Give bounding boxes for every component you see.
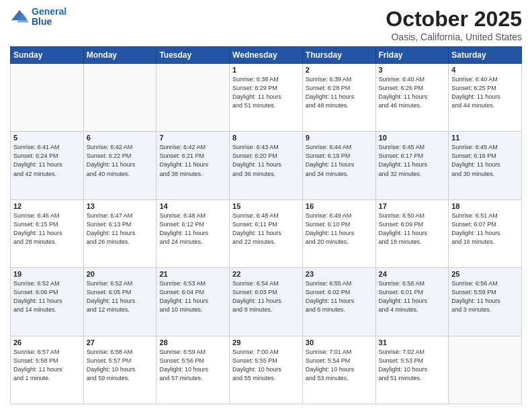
- day-number: 27: [87, 338, 154, 347]
- day-info: Sunrise: 6:46 AM Sunset: 6:15 PM Dayligh…: [13, 212, 81, 246]
- day-info: Sunrise: 6:51 AM Sunset: 6:07 PM Dayligh…: [451, 212, 519, 246]
- day-info: Sunrise: 6:40 AM Sunset: 6:26 PM Dayligh…: [379, 75, 446, 110]
- day-number: 4: [451, 66, 519, 74]
- calendar-cell: 15Sunrise: 6:48 AM Sunset: 6:11 PM Dayli…: [230, 199, 303, 267]
- day-number: 26: [13, 338, 81, 347]
- title-area: October 2025 Oasis, California, United S…: [386, 7, 522, 42]
- day-number: 17: [379, 202, 446, 210]
- day-info: Sunrise: 6:41 AM Sunset: 6:24 PM Dayligh…: [13, 143, 81, 178]
- day-info: Sunrise: 6:54 AM Sunset: 6:03 PM Dayligh…: [232, 279, 300, 314]
- day-number: 2: [306, 66, 373, 74]
- calendar-cell: 13Sunrise: 6:47 AM Sunset: 6:13 PM Dayli…: [83, 199, 157, 267]
- header: General Blue October 2025 Oasis, Califor…: [10, 7, 522, 42]
- logo-line1: General: [32, 6, 66, 17]
- day-info: Sunrise: 6:53 AM Sunset: 6:04 PM Dayligh…: [159, 279, 226, 314]
- day-info: Sunrise: 6:52 AM Sunset: 6:06 PM Dayligh…: [13, 279, 81, 314]
- weekday-header-thursday: Thursday: [302, 47, 375, 64]
- calendar-cell: 5Sunrise: 6:41 AM Sunset: 6:24 PM Daylig…: [11, 132, 84, 199]
- day-number: 7: [159, 134, 226, 142]
- day-number: 22: [232, 270, 300, 278]
- calendar-cell: 6Sunrise: 6:42 AM Sunset: 6:22 PM Daylig…: [83, 132, 157, 199]
- day-info: Sunrise: 6:44 AM Sunset: 6:19 PM Dayligh…: [306, 143, 373, 178]
- day-info: Sunrise: 6:56 AM Sunset: 5:59 PM Dayligh…: [451, 279, 519, 314]
- logo: General Blue: [10, 7, 66, 28]
- day-number: 13: [87, 202, 154, 210]
- page: General Blue October 2025 Oasis, Califor…: [0, 0, 532, 411]
- calendar-cell: 25Sunrise: 6:56 AM Sunset: 5:59 PM Dayli…: [449, 268, 522, 336]
- calendar-cell: 1Sunrise: 6:38 AM Sunset: 6:29 PM Daylig…: [230, 64, 303, 132]
- day-info: Sunrise: 6:40 AM Sunset: 6:25 PM Dayligh…: [451, 75, 519, 110]
- day-number: 29: [232, 338, 300, 347]
- day-info: Sunrise: 6:58 AM Sunset: 5:57 PM Dayligh…: [87, 348, 154, 383]
- day-number: 6: [87, 134, 154, 142]
- calendar-cell: 31Sunrise: 7:02 AM Sunset: 5:53 PM Dayli…: [375, 336, 449, 404]
- calendar-cell: 20Sunrise: 6:52 AM Sunset: 6:05 PM Dayli…: [83, 268, 157, 336]
- calendar-week-row: 12Sunrise: 6:46 AM Sunset: 6:15 PM Dayli…: [11, 199, 522, 267]
- day-number: 9: [306, 134, 373, 142]
- calendar-week-row: 26Sunrise: 6:57 AM Sunset: 5:58 PM Dayli…: [11, 336, 522, 404]
- day-info: Sunrise: 6:43 AM Sunset: 6:20 PM Dayligh…: [232, 143, 300, 178]
- day-number: 25: [451, 270, 519, 278]
- day-number: 10: [379, 134, 446, 142]
- day-number: 30: [306, 338, 373, 347]
- day-number: 11: [451, 134, 519, 142]
- month-title: October 2025: [386, 7, 522, 32]
- calendar-cell: 2Sunrise: 6:39 AM Sunset: 6:28 PM Daylig…: [302, 64, 375, 132]
- day-info: Sunrise: 7:02 AM Sunset: 5:53 PM Dayligh…: [379, 348, 446, 383]
- day-number: 21: [159, 270, 226, 278]
- day-number: 3: [379, 66, 446, 74]
- calendar-cell: 29Sunrise: 7:00 AM Sunset: 5:55 PM Dayli…: [230, 336, 303, 404]
- day-info: Sunrise: 6:42 AM Sunset: 6:21 PM Dayligh…: [159, 143, 226, 178]
- calendar-cell: 17Sunrise: 6:50 AM Sunset: 6:09 PM Dayli…: [375, 199, 449, 267]
- calendar-cell: 26Sunrise: 6:57 AM Sunset: 5:58 PM Dayli…: [11, 336, 84, 404]
- calendar-cell: 16Sunrise: 6:49 AM Sunset: 6:10 PM Dayli…: [302, 199, 375, 267]
- day-info: Sunrise: 6:38 AM Sunset: 6:29 PM Dayligh…: [232, 75, 300, 110]
- calendar-cell: [157, 64, 230, 132]
- logo-line2: Blue: [32, 16, 52, 27]
- day-info: Sunrise: 7:01 AM Sunset: 5:54 PM Dayligh…: [306, 348, 373, 383]
- calendar-cell: 12Sunrise: 6:46 AM Sunset: 6:15 PM Dayli…: [11, 199, 84, 267]
- day-info: Sunrise: 6:52 AM Sunset: 6:05 PM Dayligh…: [87, 279, 154, 314]
- calendar-cell: 19Sunrise: 6:52 AM Sunset: 6:06 PM Dayli…: [11, 268, 84, 336]
- calendar-cell: 22Sunrise: 6:54 AM Sunset: 6:03 PM Dayli…: [230, 268, 303, 336]
- calendar-cell: 11Sunrise: 6:45 AM Sunset: 6:16 PM Dayli…: [449, 132, 522, 199]
- calendar-cell: 8Sunrise: 6:43 AM Sunset: 6:20 PM Daylig…: [230, 132, 303, 199]
- calendar-cell: 3Sunrise: 6:40 AM Sunset: 6:26 PM Daylig…: [375, 64, 449, 132]
- weekday-header-friday: Friday: [375, 47, 449, 64]
- calendar-cell: 28Sunrise: 6:59 AM Sunset: 5:56 PM Dayli…: [157, 336, 230, 404]
- day-info: Sunrise: 6:45 AM Sunset: 6:17 PM Dayligh…: [379, 143, 446, 178]
- calendar-cell: 14Sunrise: 6:48 AM Sunset: 6:12 PM Dayli…: [157, 199, 230, 267]
- day-number: 15: [232, 202, 300, 210]
- calendar-cell: [83, 64, 157, 132]
- calendar-cell: 27Sunrise: 6:58 AM Sunset: 5:57 PM Dayli…: [83, 336, 157, 404]
- day-info: Sunrise: 6:57 AM Sunset: 5:58 PM Dayligh…: [13, 348, 81, 383]
- day-number: 19: [13, 270, 81, 278]
- calendar-week-row: 19Sunrise: 6:52 AM Sunset: 6:06 PM Dayli…: [11, 268, 522, 336]
- day-info: Sunrise: 6:39 AM Sunset: 6:28 PM Dayligh…: [306, 75, 373, 110]
- day-info: Sunrise: 6:42 AM Sunset: 6:22 PM Dayligh…: [87, 143, 154, 178]
- day-number: 23: [306, 270, 373, 278]
- day-number: 16: [306, 202, 373, 210]
- day-info: Sunrise: 7:00 AM Sunset: 5:55 PM Dayligh…: [232, 348, 300, 383]
- calendar-body: 1Sunrise: 6:38 AM Sunset: 6:29 PM Daylig…: [11, 64, 522, 404]
- day-info: Sunrise: 6:49 AM Sunset: 6:10 PM Dayligh…: [306, 212, 373, 246]
- weekday-header-wednesday: Wednesday: [230, 47, 303, 64]
- calendar-week-row: 5Sunrise: 6:41 AM Sunset: 6:24 PM Daylig…: [11, 132, 522, 199]
- day-number: 31: [379, 338, 446, 347]
- day-number: 18: [451, 202, 519, 210]
- calendar-cell: 4Sunrise: 6:40 AM Sunset: 6:25 PM Daylig…: [449, 64, 522, 132]
- weekday-header-row: SundayMondayTuesdayWednesdayThursdayFrid…: [11, 47, 522, 64]
- day-info: Sunrise: 6:56 AM Sunset: 6:01 PM Dayligh…: [379, 279, 446, 314]
- day-info: Sunrise: 6:48 AM Sunset: 6:12 PM Dayligh…: [159, 212, 226, 246]
- day-number: 24: [379, 270, 446, 278]
- location-subtitle: Oasis, California, United States: [386, 32, 522, 42]
- day-info: Sunrise: 6:59 AM Sunset: 5:56 PM Dayligh…: [159, 348, 226, 383]
- calendar-cell: 30Sunrise: 7:01 AM Sunset: 5:54 PM Dayli…: [302, 336, 375, 404]
- logo-icon: [10, 9, 29, 25]
- calendar-cell: 10Sunrise: 6:45 AM Sunset: 6:17 PM Dayli…: [375, 132, 449, 199]
- day-number: 20: [87, 270, 154, 278]
- calendar-table: SundayMondayTuesdayWednesdayThursdayFrid…: [10, 46, 522, 404]
- day-number: 14: [159, 202, 226, 210]
- day-number: 12: [13, 202, 81, 210]
- calendar-cell: 21Sunrise: 6:53 AM Sunset: 6:04 PM Dayli…: [157, 268, 230, 336]
